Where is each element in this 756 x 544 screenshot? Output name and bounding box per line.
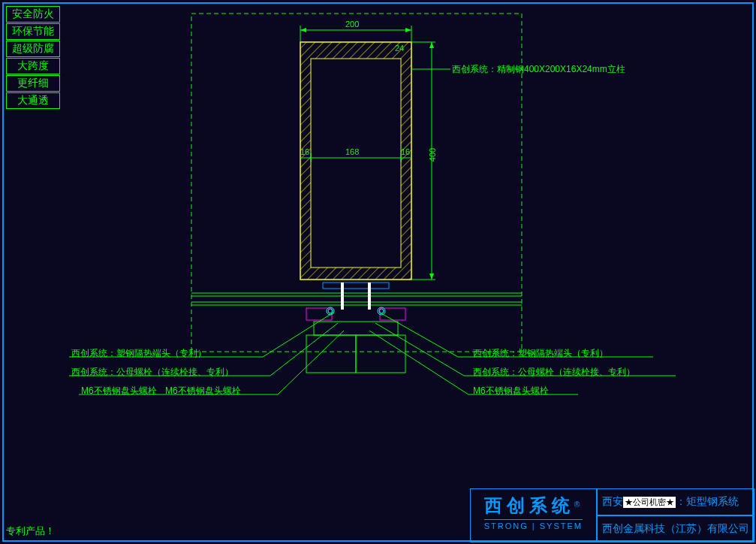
drawing-frame <box>2 2 754 542</box>
label-column: 西创系统：精制钢400X200X16X24mm立柱 <box>452 63 625 76</box>
patent-note: 专利产品！ <box>6 524 55 538</box>
logo-text: 西创系统 <box>484 495 574 515</box>
tag: 环保节能 <box>6 23 60 40</box>
confidential-badge: ★公司机密★ <box>623 497 676 508</box>
title-row-2: 西创金属科技（江苏）有限公司 <box>597 515 754 542</box>
title-block: 西创系统® STRONG | SYSTEM 西安 ★公司机密★ ：矩型钢系统 西… <box>470 488 754 542</box>
dim-16a: 16 <box>300 147 309 156</box>
label-l3a: M6不锈钢盘头螺栓 <box>81 385 157 397</box>
logo-cell: 西创系统® STRONG | SYSTEM <box>470 488 597 542</box>
tag: 安全防火 <box>6 6 60 23</box>
tag: 大通透 <box>6 92 60 109</box>
tag: 大跨度 <box>6 58 60 74</box>
logo-sub: STRONG | SYSTEM <box>484 519 583 530</box>
title-row-1: 西安 ★公司机密★ ：矩型钢系统 <box>597 488 754 515</box>
dim-16b: 16 <box>401 147 410 156</box>
dim-24: 24 <box>395 44 404 53</box>
tag: 超级防腐 <box>6 41 60 57</box>
logo-reg: ® <box>574 500 580 509</box>
feature-tags: 安全防火 环保节能 超级防腐 大跨度 更纤细 大通透 <box>6 6 60 110</box>
label-l3b: M6不锈钢盘头螺栓 <box>165 385 241 397</box>
label-r1: 西创系统：塑钢隔热端头（专利） <box>473 347 608 360</box>
dim-400: 400 <box>428 148 437 162</box>
label-l2: 西创系统：公母螺栓（连续栓接、专利） <box>71 366 233 379</box>
tag: 更纤细 <box>6 75 60 92</box>
label-r3: M6不锈钢盘头螺栓 <box>473 385 549 397</box>
label-r2: 西创系统：公母螺栓（连续栓接、专利） <box>473 366 635 379</box>
dim-168: 168 <box>345 147 359 156</box>
label-l1: 西创系统：塑钢隔热端头（专利） <box>71 347 206 360</box>
dim-200: 200 <box>345 20 359 29</box>
